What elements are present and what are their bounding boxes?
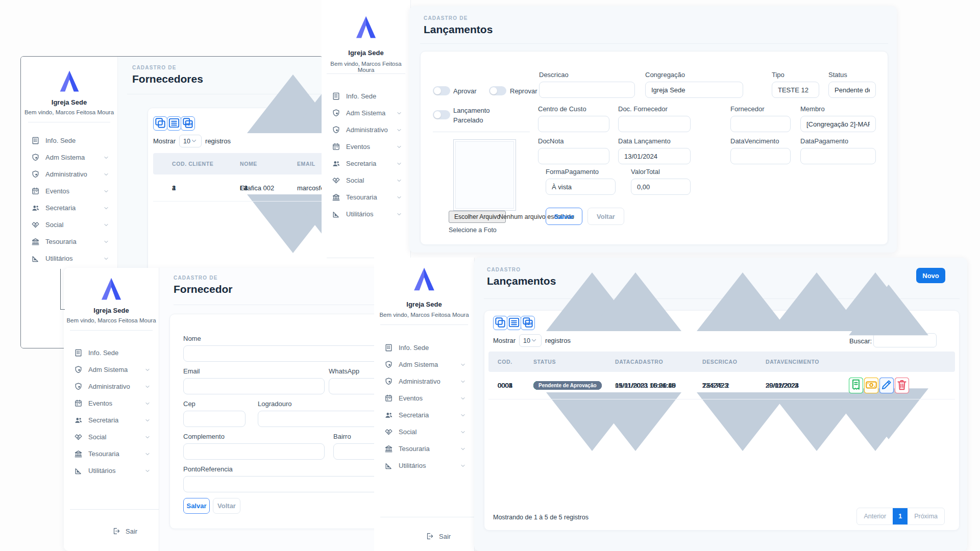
pagination: Anterior 1 Próxima bbox=[856, 508, 945, 525]
docnota-input[interactable] bbox=[538, 148, 609, 164]
pagination-page-1[interactable]: 1 bbox=[893, 508, 908, 524]
table-card: PDF Mostrar 10 registros Buscar: COD. ST… bbox=[484, 310, 960, 531]
sidebar-menu-item[interactable]: Administrativo bbox=[322, 121, 410, 138]
receipt-button[interactable] bbox=[849, 378, 863, 393]
menu-item-label: Adm Sistema bbox=[399, 361, 460, 368]
sidebar-menu-item[interactable]: Info. Sede bbox=[374, 339, 474, 356]
sidebar-menu-item[interactable]: Secretaria bbox=[374, 407, 474, 423]
sidebar-menu-item[interactable]: Tesouraria bbox=[64, 445, 159, 462]
chevron-down-icon bbox=[103, 171, 109, 178]
sidebar-menu-item[interactable]: Info. Sede bbox=[21, 132, 117, 149]
sidebar-menu-item[interactable]: Utilitários bbox=[374, 457, 474, 474]
handshake-icon bbox=[31, 220, 40, 229]
sidebar-menu-item[interactable]: Adm Sistema bbox=[374, 356, 474, 373]
data-lancamento-input[interactable] bbox=[618, 148, 691, 164]
sidebar-menu-item[interactable]: Administrativo bbox=[64, 378, 159, 395]
sidebar-menu-item[interactable]: Administrativo bbox=[21, 166, 117, 183]
welcome-text: Bem vindo, Marcos Feitosa Moura bbox=[322, 61, 410, 73]
delete-button[interactable] bbox=[895, 378, 909, 393]
membro-select[interactable] bbox=[800, 116, 876, 132]
chevron-down-icon bbox=[396, 211, 402, 217]
building-icon bbox=[31, 136, 40, 145]
sidebar-menu-item[interactable]: Administrativo bbox=[374, 373, 474, 390]
sidebar-menu-item[interactable]: Social bbox=[21, 216, 117, 233]
status-select[interactable] bbox=[828, 82, 876, 98]
page-title: Lançamentos bbox=[424, 23, 493, 36]
pagination-prev[interactable]: Anterior bbox=[857, 508, 893, 524]
sidebar-menu-item[interactable]: Secretaria bbox=[322, 155, 410, 172]
choose-file-button[interactable]: Escolher Arquivo bbox=[449, 211, 506, 223]
valor-total-input[interactable] bbox=[631, 179, 691, 195]
chevron-down-icon bbox=[396, 161, 402, 167]
shield-icon bbox=[31, 170, 40, 179]
sidebar-menu-item[interactable]: Utilitários bbox=[322, 206, 410, 222]
sidebar-menu-item[interactable]: Eventos bbox=[374, 390, 474, 407]
org-name: Igreja Sede bbox=[322, 49, 410, 57]
edit-button[interactable] bbox=[879, 378, 894, 393]
sidebar-menu-item[interactable]: Tesouraria bbox=[374, 440, 474, 457]
table-row[interactable]: 4 F4 bbox=[153, 174, 323, 202]
chevron-down-icon bbox=[460, 429, 466, 435]
sidebar-menu-item[interactable]: Adm Sistema bbox=[21, 149, 117, 166]
sidebar-menu-item[interactable]: Tesouraria bbox=[322, 189, 410, 206]
aprovar-label: Aprovar bbox=[453, 87, 477, 95]
logout-button[interactable]: Sair bbox=[425, 532, 451, 540]
sidebar: Igreja Sede Bem vindo, Marcos Feitosa Mo… bbox=[64, 268, 159, 551]
logout-label: Sair bbox=[126, 528, 137, 535]
sidebar-menu-item[interactable]: Secretaria bbox=[21, 199, 117, 216]
app-logo-icon bbox=[56, 68, 83, 94]
logout-button[interactable]: Sair bbox=[112, 527, 137, 535]
menu-item-label: Utilitários bbox=[346, 210, 396, 218]
sidebar-menu-item[interactable]: Utilitários bbox=[64, 462, 159, 479]
data-vencimento-input[interactable] bbox=[730, 148, 791, 164]
doc-fornecedor-input[interactable] bbox=[618, 116, 691, 132]
sidebar-menu-item[interactable]: Adm Sistema bbox=[322, 105, 410, 121]
descricao-input[interactable] bbox=[539, 82, 635, 98]
sidebar-menu-item[interactable]: Social bbox=[322, 172, 410, 189]
back-button[interactable]: Voltar bbox=[213, 498, 240, 514]
cell-datacadastro: 15/11/2023 16:21:15 bbox=[615, 382, 675, 389]
data-pagamento-input[interactable] bbox=[800, 148, 876, 164]
sidebar-menu-item[interactable]: Secretaria bbox=[64, 412, 159, 429]
save-button[interactable]: Salvar bbox=[183, 498, 210, 514]
sidebar-menu: Info. Sede Adm Sistema Administrativo Ev… bbox=[64, 344, 159, 479]
email-input[interactable] bbox=[183, 378, 325, 394]
exit-icon bbox=[112, 527, 120, 535]
pagination-next[interactable]: Próxima bbox=[908, 508, 944, 524]
sidebar-menu-item[interactable]: Info. Sede bbox=[322, 88, 410, 105]
sidebar-menu-item[interactable]: Social bbox=[64, 429, 159, 445]
sidebar-menu-item[interactable]: Eventos bbox=[322, 138, 410, 155]
sidebar-menu-item[interactable]: Social bbox=[374, 423, 474, 440]
tipo-select[interactable] bbox=[772, 82, 819, 98]
aprovar-toggle[interactable] bbox=[433, 86, 450, 95]
payment-button[interactable] bbox=[864, 378, 878, 393]
sidebar-menu-item[interactable]: Eventos bbox=[21, 183, 117, 199]
copy-button[interactable] bbox=[153, 116, 167, 131]
parcelado-toggle[interactable] bbox=[433, 110, 450, 119]
cep-input[interactable] bbox=[183, 411, 246, 427]
sidebar-menu-item[interactable]: Info. Sede bbox=[64, 344, 159, 361]
centro-custo-input[interactable] bbox=[538, 116, 609, 132]
back-button[interactable]: Voltar bbox=[587, 208, 624, 225]
table-row[interactable]: 0004 Pendente de Aprovação 15/11/2023 16… bbox=[488, 372, 955, 399]
sidebar-menu-item[interactable]: Eventos bbox=[64, 395, 159, 412]
page-eyebrow: CADASTRO DE bbox=[424, 15, 493, 21]
reprovar-toggle[interactable] bbox=[489, 86, 506, 95]
fornecedor-input[interactable] bbox=[730, 116, 791, 132]
users-icon bbox=[74, 416, 83, 424]
exit-icon bbox=[425, 532, 434, 540]
menu-item-label: Adm Sistema bbox=[45, 154, 103, 161]
complemento-input[interactable] bbox=[183, 443, 325, 460]
sidebar-menu-item[interactable]: Utilitários bbox=[21, 250, 117, 267]
save-button[interactable]: Salvar bbox=[546, 208, 582, 225]
congregacao-select[interactable] bbox=[645, 82, 743, 98]
photo-placeholder[interactable] bbox=[453, 139, 516, 211]
logout-label: Sair bbox=[439, 533, 451, 540]
menu-item-label: Tesouraria bbox=[346, 193, 396, 201]
sidebar-menu-item[interactable]: Tesouraria bbox=[21, 233, 117, 250]
forma-pagamento-select[interactable] bbox=[546, 179, 616, 195]
membro-label: Membro bbox=[800, 105, 876, 113]
sidebar-menu-item[interactable]: Adm Sistema bbox=[64, 361, 159, 378]
app-logo-icon bbox=[97, 275, 125, 303]
copy-icon bbox=[154, 116, 167, 131]
